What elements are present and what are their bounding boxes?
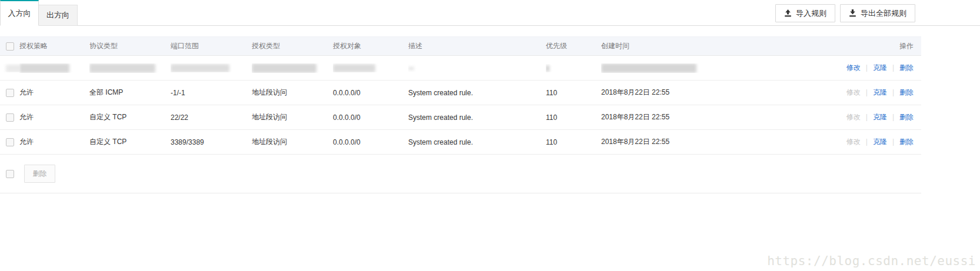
delete-link[interactable]: 删除 <box>899 138 914 146</box>
upload-icon <box>784 9 792 17</box>
delete-link[interactable]: 删除 <box>899 88 914 96</box>
cell-auth-object: 0.0.0.0/0 <box>333 113 408 122</box>
cell-created: 2018年8月22日 22:55 <box>601 137 742 147</box>
batch-delete-button[interactable]: 删除 <box>24 165 55 183</box>
cell-port-range: -1/-1 <box>171 89 252 97</box>
cell-priority: 110 <box>546 113 601 122</box>
tab-outbound[interactable]: 出方向 <box>39 5 78 26</box>
download-icon <box>849 9 856 17</box>
redacted-protocol <box>89 63 155 73</box>
clone-link[interactable]: 克隆 <box>873 88 887 96</box>
table-row-redacted: 修改|克隆|删除 <box>0 56 921 81</box>
cell-protocol: 自定义 TCP <box>89 137 171 147</box>
export-all-rules-label: 导出全部规则 <box>861 8 906 19</box>
redacted-description <box>408 67 414 70</box>
tab-bar: 入方向 出方向 导入规则 导出全部规则 <box>0 0 980 26</box>
cell-auth-object: 0.0.0.0/0 <box>333 89 408 97</box>
action-separator: | <box>866 63 868 72</box>
cell-policy: 允许 <box>19 137 89 147</box>
redacted-auth-type <box>252 63 316 73</box>
redacted-auth-object <box>333 64 375 72</box>
modify-link-disabled: 修改 <box>846 138 861 146</box>
modify-link-disabled: 修改 <box>846 88 861 96</box>
action-separator: | <box>892 63 894 72</box>
import-rules-label: 导入规则 <box>796 8 826 19</box>
delete-link[interactable]: 删除 <box>899 63 914 72</box>
cell-priority: 110 <box>546 89 601 97</box>
cell-description: System created rule. <box>408 89 546 97</box>
row-checkbox[interactable] <box>6 113 14 122</box>
col-description: 描述 <box>408 41 546 51</box>
cell-priority: 110 <box>546 138 601 146</box>
cell-auth-object: 0.0.0.0/0 <box>333 138 408 146</box>
cell-created: 2018年8月22日 22:55 <box>601 88 742 98</box>
redacted-priority <box>546 65 549 72</box>
clone-link[interactable]: 克隆 <box>873 63 887 72</box>
select-all-checkbox[interactable] <box>6 42 14 51</box>
footer-select-checkbox[interactable] <box>6 170 14 178</box>
col-protocol: 协议类型 <box>89 41 171 51</box>
cell-port-range: 3389/3389 <box>171 138 252 146</box>
clone-link[interactable]: 克隆 <box>873 138 887 146</box>
toolbar: 导入规则 导出全部规则 <box>775 4 915 22</box>
cell-description: System created rule. <box>408 138 546 146</box>
redacted-created <box>601 63 696 73</box>
cell-auth-type: 地址段访问 <box>252 112 333 122</box>
redacted-port-range <box>171 64 229 72</box>
col-policy: 授权策略 <box>19 41 89 51</box>
action-separator: | <box>866 88 868 96</box>
cell-policy: 允许 <box>19 88 89 98</box>
modify-link[interactable]: 修改 <box>846 63 861 72</box>
redacted-policy <box>19 63 69 73</box>
cell-protocol: 自定义 TCP <box>89 112 171 122</box>
clone-link[interactable]: 克隆 <box>873 113 887 121</box>
action-separator: | <box>866 113 868 121</box>
action-separator: | <box>892 88 894 96</box>
col-priority: 优先级 <box>546 41 601 51</box>
col-auth-type: 授权类型 <box>252 41 333 51</box>
import-rules-button[interactable]: 导入规则 <box>775 4 835 22</box>
row-checkbox[interactable] <box>6 89 14 97</box>
rules-table: 授权策略 协议类型 端口范围 授权类型 授权对象 描述 优先级 创建时间 操作 … <box>0 36 921 193</box>
action-separator: | <box>892 138 894 146</box>
col-port-range: 端口范围 <box>171 41 252 51</box>
watermark: https://blog.csdn.net/eussi <box>767 254 976 268</box>
cell-auth-type: 地址段访问 <box>252 88 333 98</box>
cell-auth-type: 地址段访问 <box>252 137 333 147</box>
cell-policy: 允许 <box>19 112 89 122</box>
tab-outbound-label: 出方向 <box>46 11 69 19</box>
table-header: 授权策略 协议类型 端口范围 授权类型 授权对象 描述 优先级 创建时间 操作 <box>0 36 921 56</box>
cell-protocol: 全部 ICMP <box>89 88 171 98</box>
action-separator: | <box>866 138 868 146</box>
tab-inbound-label: 入方向 <box>8 9 31 18</box>
table-row: 允许 自定义 TCP 3389/3389 地址段访问 0.0.0.0/0 Sys… <box>0 130 921 155</box>
col-actions: 操作 <box>742 41 921 51</box>
delete-link[interactable]: 删除 <box>899 113 914 121</box>
table-row: 允许 自定义 TCP 22/22 地址段访问 0.0.0.0/0 System … <box>0 105 921 130</box>
export-all-rules-button[interactable]: 导出全部规则 <box>840 4 915 22</box>
col-created: 创建时间 <box>601 41 742 51</box>
cell-description: System created rule. <box>408 113 546 122</box>
table-footer: 删除 <box>0 155 921 193</box>
col-auth-object: 授权对象 <box>333 41 408 51</box>
redacted-checkbox <box>6 65 19 72</box>
tab-inbound[interactable]: 入方向 <box>0 0 39 26</box>
modify-link-disabled: 修改 <box>846 113 861 121</box>
row-checkbox[interactable] <box>6 138 14 146</box>
action-separator: | <box>892 113 894 121</box>
table-row: 允许 全部 ICMP -1/-1 地址段访问 0.0.0.0/0 System … <box>0 81 921 105</box>
cell-created: 2018年8月22日 22:55 <box>601 112 742 122</box>
cell-port-range: 22/22 <box>171 113 252 122</box>
